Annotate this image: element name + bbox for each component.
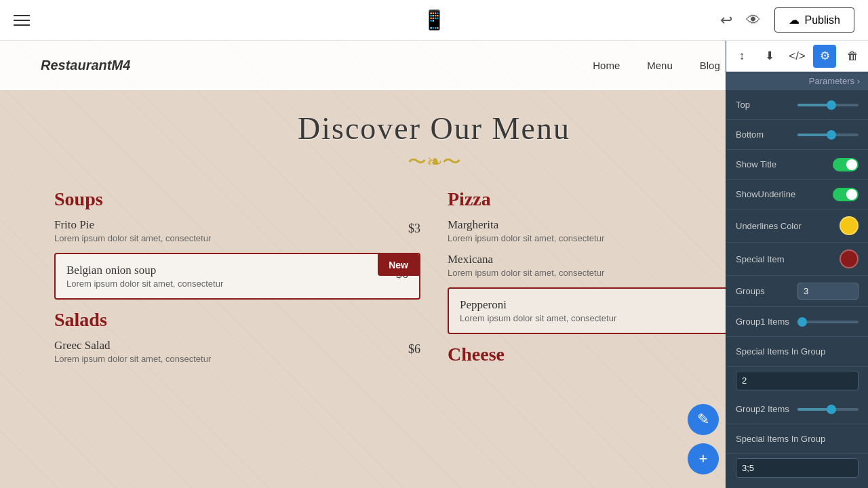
undo-icon[interactable]: ↩ bbox=[720, 12, 732, 29]
special-item-color-swatch[interactable] bbox=[840, 249, 859, 268]
panel-settings-list: Top Bottom Show Title bbox=[726, 90, 868, 488]
group1-slider-track[interactable] bbox=[797, 321, 859, 323]
groups-select[interactable]: 12345 bbox=[797, 283, 859, 300]
fab-area: ✎ + bbox=[688, 404, 719, 474]
hamburger-menu[interactable] bbox=[14, 15, 30, 26]
setting-show-underline: ShowUnderline bbox=[726, 180, 868, 209]
menu-col-left: Soups Frito Pie Lorem ipsum dolor sit am… bbox=[41, 188, 434, 373]
item-name-greec-salad: Greec Salad bbox=[54, 339, 420, 352]
setting-show-underline-label: ShowUnderline bbox=[736, 189, 833, 199]
setting-special-item-value bbox=[840, 249, 859, 268]
special-item-belgian: New Belgian onion soup Lorem ipsum dolor… bbox=[54, 253, 420, 300]
section-title-salads: Salads bbox=[54, 309, 420, 331]
setting-show-title: Show Title bbox=[726, 150, 868, 180]
salads-section: Salads Greec Salad Lorem ipsum dolor sit… bbox=[54, 309, 420, 364]
tool-settings[interactable]: ⚙ bbox=[813, 45, 836, 68]
setting-show-underline-value bbox=[833, 188, 859, 201]
publish-label: Publish bbox=[805, 14, 840, 26]
tool-download[interactable]: ⬇ bbox=[758, 45, 781, 68]
setting-groups-value: 12345 bbox=[797, 283, 859, 300]
group2-special-input[interactable] bbox=[736, 458, 859, 478]
group2-slider-track[interactable] bbox=[797, 408, 859, 411]
setting-groups-label: Groups bbox=[736, 286, 797, 296]
topbar-center: 📱 bbox=[422, 9, 446, 31]
setting-group2-label: Group2 Items bbox=[736, 404, 797, 414]
item-name-frito-pie: Frito Pie bbox=[54, 218, 420, 232]
item-price-greec-salad: $6 bbox=[408, 342, 420, 357]
panel-toolbar: ↕ ⬇ </> ⚙ 🗑 bbox=[726, 41, 868, 72]
menu-item-frito-pie: Frito Pie Lorem ipsum dolor sit amet, co… bbox=[54, 218, 420, 243]
setting-groups: Groups 12345 bbox=[726, 276, 868, 307]
nav-link-home[interactable]: Home bbox=[593, 60, 620, 71]
setting-show-title-label: Show Title bbox=[736, 159, 833, 169]
mobile-preview-icon[interactable]: 📱 bbox=[422, 9, 446, 30]
setting-top-label: Top bbox=[736, 100, 797, 110]
item-name-belgian: Belgian onion soup bbox=[66, 264, 408, 277]
tool-delete[interactable]: 🗑 bbox=[841, 45, 864, 68]
setting-top: Top bbox=[726, 90, 868, 120]
topbar-left bbox=[14, 15, 30, 26]
parameters-label[interactable]: Parameters › bbox=[726, 72, 868, 90]
show-underline-toggle[interactable] bbox=[833, 188, 859, 201]
nav-link-blog[interactable]: Blog bbox=[700, 60, 720, 71]
setting-underlines-color-label: Underlines Color bbox=[736, 221, 840, 231]
setting-group3: Group3 bbox=[726, 482, 868, 488]
item-desc-belgian: Lorem ipsum dolor sit amet, consectetur bbox=[66, 279, 408, 289]
group1-special-input-wrap bbox=[726, 367, 868, 394]
bottom-slider-track[interactable] bbox=[797, 134, 859, 136]
menu-item-greec-salad: Greec Salad Lorem ipsum dolor sit amet, … bbox=[54, 339, 420, 364]
new-badge: New bbox=[378, 254, 419, 276]
show-underline-toggle-knob bbox=[846, 189, 857, 200]
setting-group1-items: Group1 Items bbox=[726, 307, 868, 337]
underlines-color-swatch[interactable] bbox=[840, 216, 859, 235]
setting-underlines-color-value bbox=[840, 216, 859, 235]
group1-special-input[interactable] bbox=[736, 371, 859, 390]
setting-special-item-label: Special Item bbox=[736, 254, 840, 264]
edit-fab-button[interactable]: ✎ bbox=[688, 404, 719, 435]
top-slider-track[interactable] bbox=[797, 104, 859, 106]
publish-button[interactable]: ☁ Publish bbox=[774, 7, 854, 33]
setting-bottom-label: Bottom bbox=[736, 129, 797, 140]
settings-panel: ↕ ⬇ </> ⚙ 🗑 Parameters › Top Bottom bbox=[726, 41, 868, 488]
setting-special-item: Special Item bbox=[726, 243, 868, 276]
setting-underlines-color: Underlines Color bbox=[726, 209, 868, 243]
topbar-right: ↩ 👁 ☁ Publish bbox=[720, 7, 854, 33]
show-title-toggle-knob bbox=[846, 159, 857, 170]
cloud-icon: ☁ bbox=[789, 14, 800, 26]
setting-group2-special: Special Items In Group bbox=[726, 424, 868, 454]
preview-icon[interactable]: 👁 bbox=[746, 12, 761, 29]
tool-code[interactable]: </> bbox=[786, 45, 809, 68]
setting-top-value bbox=[797, 104, 859, 106]
section-title-soups: Soups bbox=[54, 188, 420, 210]
tool-move[interactable]: ↕ bbox=[730, 45, 753, 68]
setting-group1-special-label: Special Items In Group bbox=[736, 346, 859, 357]
setting-group1-slider bbox=[797, 321, 859, 323]
item-price-frito-pie: $3 bbox=[408, 222, 420, 236]
item-desc-frito-pie: Lorem ipsum dolor sit amet, consectetur bbox=[54, 233, 420, 243]
group2-special-input-wrap bbox=[726, 454, 868, 482]
add-fab-button[interactable]: + bbox=[688, 443, 719, 474]
setting-group2-special-label: Special Items In Group bbox=[736, 434, 859, 444]
setting-group1-label: Group1 Items bbox=[736, 317, 797, 327]
setting-bottom: Bottom bbox=[726, 120, 868, 150]
setting-show-title-value bbox=[833, 158, 859, 171]
setting-group1-special: Special Items In Group bbox=[726, 337, 868, 367]
topbar: 📱 ↩ 👁 ☁ Publish bbox=[0, 0, 868, 41]
setting-group2-slider bbox=[797, 408, 859, 411]
nav-link-menu[interactable]: Menu bbox=[647, 60, 673, 71]
site-logo: RestaurantM4 bbox=[41, 58, 130, 73]
item-desc-greec-salad: Lorem ipsum dolor sit amet, consectetur bbox=[54, 354, 420, 364]
setting-group2-items: Group2 Items bbox=[726, 394, 868, 424]
show-title-toggle[interactable] bbox=[833, 158, 859, 171]
setting-bottom-value bbox=[797, 134, 859, 136]
